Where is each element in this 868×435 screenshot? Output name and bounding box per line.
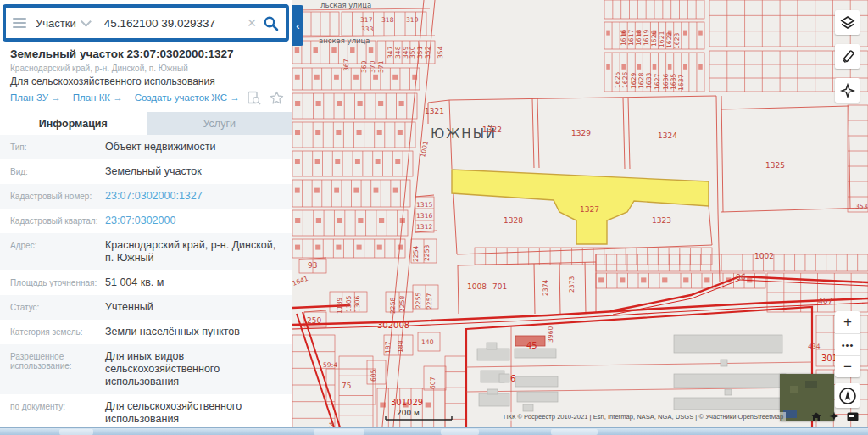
menu-icon[interactable] — [13, 18, 26, 28]
parcel-number-label: 351 — [416, 46, 424, 59]
map-canvas[interactable]: ‹ — [292, 0, 868, 435]
parcel-number-label: 353 — [855, 203, 868, 210]
field-value: Для иных видов сельскохозяйственного исп… — [105, 350, 292, 388]
parcel-number-label: 2374 — [542, 280, 549, 296]
panel-tabs: Информация Услуги — [0, 112, 292, 135]
map-attribution: ПКК © Росреестр 2010-2021 | Esri, Interm… — [501, 412, 786, 421]
parcel-number-label: 1636 — [662, 74, 670, 90]
field-value: Краснодарский край, р-н. Динской, п. Южн… — [105, 239, 292, 265]
clear-search-icon[interactable]: ✕ — [247, 17, 257, 29]
tab-services[interactable]: Услуги — [147, 112, 293, 135]
star-pointer-icon — [840, 83, 855, 98]
parcel-number-label: 1619 — [643, 30, 650, 46]
parcel-number-label: 2258 — [389, 298, 397, 314]
parcel-number-label: 1625 — [614, 72, 621, 88]
parcel-number-label: 434 — [808, 343, 821, 350]
action-link[interactable]: План КК → — [73, 92, 123, 103]
parcel-number-label: 350 — [409, 46, 416, 59]
action-link[interactable]: Создать участок ЖС → — [135, 92, 240, 103]
field-label: Разрешенное использование: — [10, 350, 105, 388]
collapse-panel-button[interactable]: ‹ — [292, 5, 303, 46]
my-location-button[interactable] — [835, 383, 860, 408]
parcel-address-subtitle: Краснодарский край, р-н. Динской, п. Южн… — [10, 64, 281, 73]
field-label: Статус: — [10, 301, 105, 314]
field-value: Учтенный — [105, 301, 292, 314]
field-label: Кадастровый квартал: — [10, 215, 105, 227]
parcel-number-label: 607 — [429, 376, 437, 389]
parcel-number-label: 1305 — [345, 296, 353, 312]
parcel-number-label: 1189 — [336, 298, 343, 314]
field-value-link[interactable]: 23:07:0302000 — [105, 215, 292, 227]
action-links: План ЗУ →План КК →Создать участок ЖС → — [10, 92, 244, 103]
tab-information[interactable]: Информация — [0, 112, 147, 135]
star-icon[interactable] — [270, 91, 284, 105]
parcel-number-label: 1312 — [416, 223, 432, 231]
parcel-number-label: 188 — [397, 340, 404, 353]
locate-button[interactable] — [835, 78, 860, 103]
parcel-number-label: 1628 — [637, 73, 645, 89]
info-panel: Участки 45.162100 39.029337 ✕ Земельный … — [0, 0, 292, 427]
parcel-number-label: 467 — [818, 297, 832, 305]
zoom-in-button[interactable]: + — [835, 311, 860, 333]
parcel-number-label: 605 — [370, 369, 377, 382]
field-label: Вид: — [10, 165, 105, 178]
parcel-number-label: 1616 — [620, 30, 627, 46]
parcel-number-label: 319 — [406, 16, 419, 24]
document-search-icon[interactable] — [247, 91, 261, 105]
field-value: Земли населённых пунктов — [105, 326, 292, 338]
field-row: Тип:Объект недвижимости — [0, 135, 292, 159]
field-label: Кадастровый номер: — [10, 190, 105, 203]
parcel-number-label: 2254 — [412, 246, 420, 262]
star-pointer-small-icon[interactable] — [829, 411, 839, 421]
parcel-number-label: 333 — [361, 25, 374, 33]
parcel-number-label: 318 — [381, 16, 394, 24]
field-label: Категория земель: — [10, 326, 105, 338]
zoom-out-button[interactable]: − — [835, 355, 860, 377]
fullscreen-icon[interactable] — [847, 412, 859, 421]
scale-label: 200 м — [397, 409, 420, 417]
field-value: Для сельскохозяйственного использования — [105, 400, 292, 426]
search-bar[interactable]: Участки 45.162100 39.029337 ✕ — [3, 4, 289, 42]
parcel-number-label: 371 — [377, 60, 385, 73]
field-value-link[interactable]: 23:07:0302000:1327 — [105, 190, 292, 203]
parcel-number-label: 1627 — [654, 74, 661, 90]
parcel-number-label: 86 — [736, 273, 746, 282]
field-row: Кадастровый квартал:23:07:0302000 — [0, 209, 292, 233]
parcel-number-label: 1622 — [665, 32, 673, 48]
parcel-number-label: 301029 — [391, 398, 423, 407]
parcel-number-label: 75 — [342, 382, 351, 390]
parcel-number-label: 347 — [387, 46, 394, 59]
parcel-number-label: 352 — [424, 46, 431, 59]
field-row: Категория земель:Земли населённых пункто… — [0, 320, 292, 344]
chevron-down-icon[interactable] — [81, 16, 92, 27]
home-icon[interactable] — [811, 412, 821, 421]
parcel-number-label: 2373 — [568, 276, 576, 293]
search-category-dropdown[interactable]: Участки — [36, 17, 76, 30]
parcel-number-label: 45 — [526, 341, 537, 350]
parcel-number-label: 1629 — [630, 73, 637, 89]
info-fields: Тип:Объект недвижимостиВид:Земельный уча… — [0, 135, 292, 435]
parcel-number-label: 2253 — [423, 245, 431, 261]
field-label: по документу: — [10, 400, 105, 426]
parcel-number-label: 6 — [510, 374, 515, 383]
corner-icons — [811, 411, 859, 421]
parcel-number-label: 59:4 — [323, 361, 337, 369]
parcel-number-label: 93 — [308, 261, 317, 270]
layers-button[interactable] — [835, 10, 860, 35]
search-input[interactable]: 45.162100 39.029337 — [104, 17, 242, 30]
measure-button[interactable] — [835, 44, 860, 69]
public-cadastral-map-app: Участки 45.162100 39.029337 ✕ Земельный … — [0, 0, 868, 435]
parcel-number-label: 1316 — [416, 212, 432, 220]
taskbar[interactable] — [0, 427, 868, 435]
parcel-number-label: 2257 — [426, 293, 433, 310]
field-value: Объект недвижимости — [105, 141, 292, 153]
parcel-number-label: 1325 — [765, 161, 785, 170]
action-link[interactable]: План ЗУ → — [10, 92, 61, 103]
parcel-number-label: 1324 — [658, 131, 677, 140]
zoom-levels-button[interactable]: ••• — [835, 333, 860, 355]
search-icon[interactable] — [263, 15, 279, 31]
parcel-number-label: льская улица — [320, 1, 371, 9]
parcel-number-label: 1329 — [571, 129, 591, 137]
field-row: Разрешенное использование:Для иных видов… — [0, 344, 292, 394]
parcel-number-label: 2255 — [415, 293, 422, 309]
